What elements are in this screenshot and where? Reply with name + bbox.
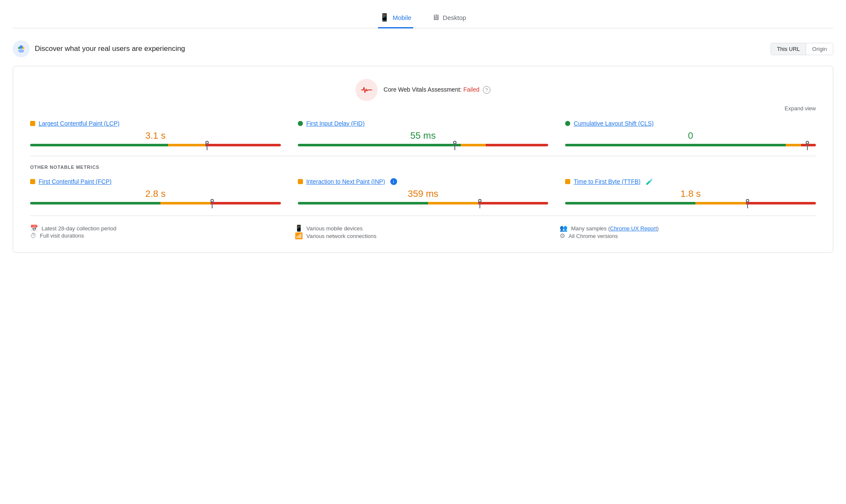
footer-icon-1-1: 📶 (295, 232, 303, 240)
metric-fcp: First Contentful Paint (FCP) 2.8 s (30, 178, 281, 205)
metric-dot-lcp (30, 121, 35, 126)
bar-red-fcp (210, 202, 280, 204)
metric-value-inp: 359 ms (298, 188, 549, 199)
indicator-dot-inp (478, 199, 482, 202)
bar-green-inp (298, 202, 428, 204)
desktop-icon: 🖥 (432, 13, 440, 22)
indicator-dot-fcp (210, 199, 214, 202)
tab-bar: 📱 Mobile 🖥 Desktop (13, 8, 833, 28)
tab-desktop-label: Desktop (443, 14, 466, 21)
footer-item-1-0: 📱 Various mobile devices (295, 224, 551, 232)
progress-bar-container-fcp (30, 202, 281, 205)
metric-value-ttfb: 1.8 s (565, 188, 816, 199)
bar-indicator-inp (478, 200, 482, 208)
metric-name-ttfb[interactable]: Time to First Byte (TTFB) (574, 178, 640, 185)
footer-item-2-0: 👥 Many samples (Chrome UX Report) (560, 224, 816, 232)
footer-icon-1-0: 📱 (295, 224, 303, 232)
tab-desktop[interactable]: 🖥 Desktop (430, 8, 468, 28)
tab-mobile[interactable]: 📱 Mobile (378, 8, 413, 28)
indicator-pin-lcp (207, 144, 207, 150)
metric-name-fcp[interactable]: First Contentful Paint (FCP) (39, 178, 112, 185)
svg-point-3 (22, 47, 25, 49)
bar-red-inp (478, 202, 548, 204)
progress-bar-container-ttfb (565, 202, 816, 205)
metric-name-lcp[interactable]: Largest Contentful Paint (LCP) (39, 120, 120, 127)
bar-green-lcp (30, 144, 168, 146)
footer-col-2: 👥 Many samples (Chrome UX Report) ⚙ All … (560, 224, 816, 240)
origin-button[interactable]: Origin (806, 43, 833, 55)
bar-indicator-fid (453, 142, 457, 150)
progress-bar-cls (565, 144, 816, 146)
bar-green-cls (565, 144, 786, 146)
flask-icon: 🧪 (646, 178, 653, 185)
metric-dot-fcp (30, 179, 35, 184)
footer-text-2-1: All Chrome versions (569, 233, 618, 239)
expand-row: Expand view (30, 105, 816, 112)
metric-name-inp[interactable]: Interaction to Next Paint (INP) (306, 178, 385, 185)
bar-indicator-cls (806, 142, 809, 150)
bar-green-fid (298, 144, 461, 146)
bar-red-fid (486, 144, 549, 146)
indicator-dot-lcp (205, 141, 209, 144)
svg-point-1 (18, 49, 24, 53)
footer-icon-0-0: 📅 (30, 224, 38, 232)
metric-label-row: Cumulative Layout Shift (CLS) (565, 120, 816, 127)
progress-bar-fid (298, 144, 549, 146)
footer-text-0-1: Full visit durations (40, 232, 84, 239)
vitals-icon (356, 79, 378, 101)
metric-dot-fid (298, 121, 303, 126)
metric-value-fcp: 2.8 s (30, 188, 281, 199)
other-metrics-grid: First Contentful Paint (FCP) 2.8 s Inter… (30, 178, 816, 205)
footer-item-1-1: 📶 Various network connections (295, 232, 551, 240)
footer-col-0: 📅 Latest 28-day collection period ⏱ Full… (30, 224, 286, 240)
progress-bar-container-cls (565, 144, 816, 147)
avatar-icon (13, 40, 30, 57)
footer-item-0-1: ⏱ Full visit durations (30, 232, 286, 239)
metric-value-fid: 55 ms (298, 130, 549, 141)
expand-link[interactable]: Expand view (784, 105, 816, 112)
bar-red-lcp (205, 144, 280, 146)
metric-label-row: Time to First Byte (TTFB)🧪 (565, 178, 816, 185)
indicator-dot-fid (453, 141, 457, 144)
metric-label-row: First Contentful Paint (FCP) (30, 178, 281, 185)
progress-bar-ttfb (565, 202, 816, 204)
tab-mobile-label: Mobile (392, 14, 411, 21)
footer-icon-0-1: ⏱ (30, 232, 36, 239)
mobile-icon: 📱 (380, 13, 389, 22)
metric-label-row: Largest Contentful Paint (LCP) (30, 120, 281, 127)
indicator-pin-inp (479, 202, 480, 208)
indicator-dot-cls (806, 141, 809, 144)
section-divider (30, 156, 816, 156)
metric-label-row: Interaction to Next Paint (INP)i (298, 178, 549, 185)
progress-bar-fcp (30, 202, 281, 204)
metric-inp: Interaction to Next Paint (INP)i 359 ms (298, 178, 549, 205)
assessment-header: Core Web Vitals Assessment: Failed ? (30, 79, 816, 101)
assessment-title: Core Web Vitals Assessment: Failed ? (384, 86, 490, 94)
metric-name-cls[interactable]: Cumulative Layout Shift (CLS) (574, 120, 653, 127)
bar-green-ttfb (565, 202, 695, 204)
footer-icon-2-0: 👥 (560, 224, 568, 232)
footer-text-0-0: Latest 28-day collection period (42, 225, 116, 232)
footer-col-1: 📱 Various mobile devices 📶 Various netwo… (295, 224, 551, 240)
progress-bar-container-fid (298, 144, 549, 147)
metric-name-fid[interactable]: First Input Delay (FID) (306, 120, 365, 127)
other-metrics-label: OTHER NOTABLE METRICS (30, 165, 816, 170)
metric-cls: Cumulative Layout Shift (CLS) 0 (565, 120, 816, 147)
this-url-button[interactable]: This URL (771, 43, 806, 55)
footer-text-1-1: Various network connections (306, 233, 376, 239)
bar-orange-cls (786, 144, 801, 146)
metric-lcp: Largest Contentful Paint (LCP) 3.1 s (30, 120, 281, 147)
bar-orange-fid (461, 144, 486, 146)
assessment-status: Failed (463, 86, 479, 93)
metric-value-lcp: 3.1 s (30, 130, 281, 141)
footer-link-2-0[interactable]: Chrome UX Report (610, 225, 657, 232)
bar-indicator-fcp (210, 200, 214, 208)
indicator-pin-ttfb (747, 202, 748, 208)
footer-text-2-0: Many samples (Chrome UX Report) (571, 225, 659, 232)
metric-value-cls: 0 (565, 130, 816, 141)
bar-orange-lcp (168, 144, 206, 146)
progress-bar-lcp (30, 144, 281, 146)
metric-label-row: First Input Delay (FID) (298, 120, 549, 127)
help-icon[interactable]: ? (483, 86, 490, 94)
info-icon[interactable]: i (390, 178, 397, 185)
